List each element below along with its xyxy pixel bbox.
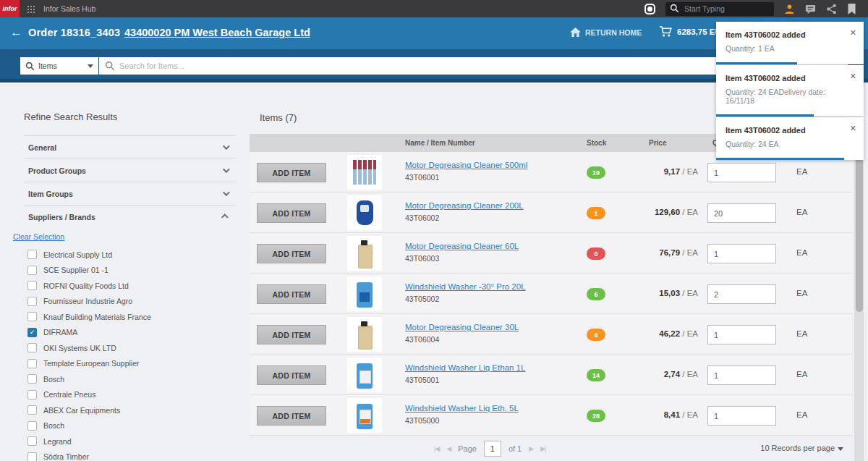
quantity-input[interactable] [707,203,776,223]
infor-logo[interactable]: infor [0,0,20,17]
supplier-filter-item[interactable]: ✓ Legrand [27,433,241,449]
prev-page-button[interactable]: ◀ [446,445,451,452]
global-search[interactable] [665,2,774,16]
stock-badge: 19 [587,166,605,179]
checkbox[interactable]: ✓ [27,266,37,275]
add-item-button[interactable]: ADD ITEM [257,163,326,182]
price-value: 76,79 [659,248,680,257]
item-name-link[interactable]: Windshield Washer Liq Ethan 1L [405,363,600,372]
quantity-input[interactable] [707,244,776,263]
add-item-button[interactable]: ADD ITEM [257,365,326,385]
item-number: 43T05000 [405,416,600,425]
supplier-filter-item[interactable]: ✓ Knauf Building Materials France [27,309,241,325]
sidebar-filter-section[interactable]: Suppliers / Brands [24,205,235,228]
chevron-down-icon [838,447,843,451]
scrollbar-thumb[interactable] [856,149,863,312]
price-unit: / EA [680,248,698,257]
section-label: Item Groups [28,190,73,198]
global-search-input[interactable] [684,4,764,13]
bookmark-icon[interactable] [847,4,858,14]
chat-icon[interactable] [805,4,816,14]
quantity-input[interactable] [707,325,776,344]
item-search-input[interactable] [119,62,770,70]
page-label: Page [458,444,477,453]
close-icon[interactable]: ✕ [850,28,856,38]
quantity-input[interactable] [707,365,776,385]
supplier-filter-item[interactable]: ✓ Södra Timber [27,449,241,461]
records-per-page-label: 10 Records per page [760,444,835,452]
unit-label: EA [796,370,807,378]
item-name-link[interactable]: Motor Degreasing Cleaner 500ml [405,161,600,169]
next-page-button[interactable]: ▶ [529,445,533,452]
quantity-input[interactable] [707,284,776,304]
checkbox[interactable]: ✓ [27,436,37,446]
supplier-filter-item[interactable]: ✓ DIFRAMA [27,325,241,341]
records-per-page-dropdown[interactable]: 10 Records per page [760,444,843,452]
item-number: 43T06004 [405,335,600,344]
checkbox[interactable]: ✓ [27,328,37,337]
checkbox[interactable]: ✓ [27,343,37,352]
add-item-button[interactable]: ADD ITEM [257,203,326,223]
add-item-button[interactable]: ADD ITEM [257,325,326,344]
price-cell: 8,41 / EA [626,410,698,419]
checkbox[interactable]: ✓ [27,281,37,290]
item-name-link[interactable]: Windshield Washer Liq Eth. 5L [405,404,600,413]
add-item-button[interactable]: ADD ITEM [257,244,326,263]
chevron-icon [223,143,230,150]
checkbox[interactable]: ✓ [27,405,37,415]
price-value: 129,60 [655,208,680,216]
checkbox[interactable]: ✓ [27,421,37,431]
chevron-icon [221,213,229,221]
price-unit: / EA [680,167,698,176]
share-icon[interactable] [826,4,837,14]
search-category-dropdown[interactable]: Items [20,57,98,75]
supplier-filter-item[interactable]: ✓ Bosch [27,371,241,387]
item-name-link[interactable]: Motor Degreasing Cleaner 30L [405,323,600,331]
clear-selection-link[interactable]: Clear Selection [13,232,241,241]
item-number: 43T06002 [405,213,600,222]
supplier-filter-item[interactable]: ✓ ROFNI Quality Foods Ltd [27,278,241,294]
close-icon[interactable]: ✕ [850,72,856,81]
supplier-filter-item[interactable]: ✓ Fournisseur Industrie Agro [27,294,241,310]
sidebar-filter-section[interactable]: General [24,135,235,158]
close-icon[interactable]: ✕ [850,124,856,133]
checkbox[interactable]: ✓ [27,390,37,399]
checkbox[interactable]: ✓ [27,250,37,259]
checkbox[interactable]: ✓ [27,452,37,461]
item-name-link[interactable]: Motor Degreasing Cleaner 200L [405,201,600,210]
supplier-filter-item[interactable]: ✓ Bosch [27,418,241,434]
app-grid-icon[interactable] [27,5,35,13]
item-name-link[interactable]: Windshield Washer -30° Pro 20L [405,282,600,291]
supplier-filter-item[interactable]: ✓ Electrical Supply Ltd [27,247,241,263]
supplier-filter-item[interactable]: ✓ OKI Systems UK LTD [27,340,241,356]
supplier-filter-item[interactable]: ✓ Centrale Pneus [27,387,241,403]
add-item-button[interactable]: ADD ITEM [257,406,326,426]
checkbox[interactable]: ✓ [27,297,37,306]
supplier-filter-item[interactable]: ✓ SCE Supplier 01 -1 [27,263,241,279]
quantity-input[interactable] [707,406,776,426]
quantity-input[interactable] [707,163,776,182]
item-name-link[interactable]: Motor Degreasing Cleaner 60L [405,242,600,250]
checkbox[interactable]: ✓ [27,312,37,321]
section-label: Product Groups [28,166,86,175]
first-page-button[interactable]: |◀ [434,445,439,452]
session-indicator-icon[interactable] [644,4,655,14]
sidebar-filter-section[interactable]: Product Groups [24,158,235,182]
supplier-label: Södra Timber [43,452,89,461]
user-icon[interactable] [784,4,795,14]
item-row: ADD ITEM Windshield Washer -30° Pro 20L … [250,274,852,314]
return-home-button[interactable]: RETURN HOME [570,28,642,37]
checkbox[interactable]: ✓ [27,359,37,368]
item-number: 43T05001 [405,376,600,384]
search-icon [105,61,115,71]
supplier-filter-item[interactable]: ✓ ABEX Car Equipments [27,402,241,418]
supplier-filter-item[interactable]: ✓ Template European Supplier [27,356,241,372]
back-button[interactable]: ← [10,25,22,40]
sidebar-filter-section[interactable]: Item Groups [24,182,235,205]
page-number-input[interactable] [484,441,501,457]
add-item-button[interactable]: ADD ITEM [257,284,326,304]
customer-link[interactable]: 43400020 PM West Beach Garage Ltd [124,27,310,38]
last-page-button[interactable]: ▶| [540,445,545,452]
vertical-scrollbar[interactable] [854,145,864,461]
checkbox[interactable]: ✓ [27,374,37,384]
